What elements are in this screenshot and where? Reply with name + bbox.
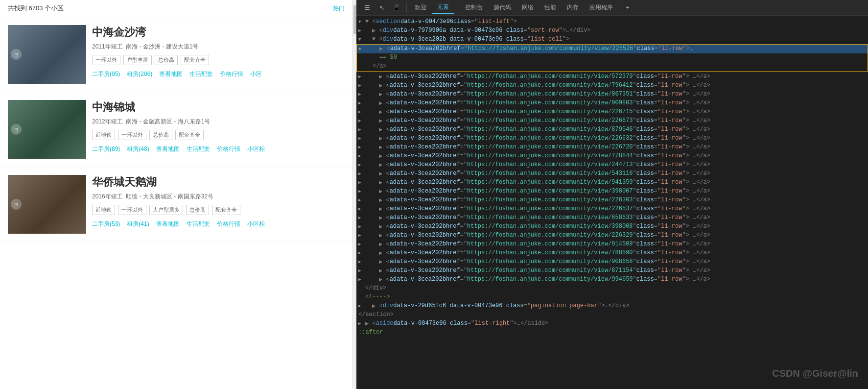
community-link[interactable]: 生活配套 xyxy=(187,220,210,228)
expand-arrow[interactable] xyxy=(358,179,365,186)
tab-memory[interactable]: 内存 xyxy=(562,1,584,14)
code-line[interactable]: ▶ <a data-v-3cea202b href="https://fosha… xyxy=(356,108,868,117)
community-link[interactable]: 二手房(95) xyxy=(92,70,120,78)
tab-application[interactable]: 应用程序 xyxy=(585,1,618,14)
expand-arrow[interactable] xyxy=(358,267,365,274)
expand-sort-row[interactable] xyxy=(358,27,365,34)
close-tag: </a> xyxy=(696,161,710,168)
community-link[interactable]: 生活配套 xyxy=(189,70,213,78)
code-line[interactable]: ▶ <a data-v-3cea202b href="https://fosha… xyxy=(356,99,868,108)
tag-bracket: ▶ < xyxy=(379,241,390,248)
expand-a1[interactable] xyxy=(359,45,366,52)
expand-arrow[interactable] xyxy=(358,82,365,89)
community-link[interactable]: 价格行情 xyxy=(217,145,240,153)
expand-arrow[interactable] xyxy=(358,276,365,283)
code-line[interactable]: ▶ <a data-v-3cea202b href="https://fosha… xyxy=(356,205,868,214)
community-link[interactable]: 价格行情 xyxy=(220,70,243,78)
community-link[interactable]: 二手房(89) xyxy=(92,145,120,153)
expand-pagination[interactable] xyxy=(358,302,365,309)
code-line-sort-row[interactable]: ▶ <div data-v-7970906a data-v-00473e96 c… xyxy=(356,26,868,35)
code-line[interactable]: ▶ <a data-v-3cea202b href="https://fosha… xyxy=(356,117,868,125)
code-line-list-cell[interactable]: ▼ <div data-v-3cea202b data-v-00473e96 c… xyxy=(356,35,868,44)
hamburger-icon[interactable]: ☰ xyxy=(360,1,374,14)
code-line[interactable]: ▶ <a data-v-3cea202b href="https://fosha… xyxy=(356,161,868,170)
expand-arrow[interactable] xyxy=(358,249,365,256)
code-line[interactable]: ▶ <a data-v-3cea202b href="https://fosha… xyxy=(356,275,868,284)
community-link[interactable]: 价格行情 xyxy=(217,220,240,228)
expand-arrow[interactable] xyxy=(358,99,365,106)
community-link[interactable]: 查看地图 xyxy=(156,145,180,153)
expand-arrow[interactable] xyxy=(358,126,365,133)
community-link[interactable]: 生活配套 xyxy=(187,145,210,153)
community-link[interactable]: 小区相 xyxy=(247,145,265,153)
expand-arrow[interactable] xyxy=(358,161,365,168)
expand-arrow[interactable] xyxy=(358,258,365,265)
expand-arrow[interactable] xyxy=(358,170,365,177)
inspector-icon[interactable]: ↖ xyxy=(375,1,389,14)
ellipsis: > … xyxy=(686,241,697,247)
expand-arrow[interactable] xyxy=(358,135,365,142)
expand-arrow[interactable] xyxy=(358,205,365,212)
community-link[interactable]: 租房(206) xyxy=(127,70,152,78)
tab-console[interactable]: 控制台 xyxy=(460,1,488,14)
code-line-section[interactable]: ▼ <section data-v-004/3e96 class="list-l… xyxy=(356,18,868,26)
expand-arrow[interactable] xyxy=(358,223,365,230)
code-line-a-selected[interactable]: ▶ <a data-v-3cea202b href="https://fosha… xyxy=(357,45,868,53)
tab-welcome[interactable]: 欢迎 xyxy=(410,1,431,14)
community-tag: 总价高 xyxy=(186,205,209,215)
expand-arrow[interactable] xyxy=(358,214,365,221)
more-icon[interactable]: + xyxy=(621,1,634,14)
community-link[interactable]: 查看地图 xyxy=(156,220,180,228)
expand-arrow[interactable] xyxy=(358,117,365,124)
code-line[interactable]: ▶ <a data-v-3cea202b href="https://fosha… xyxy=(356,178,868,187)
eq2: =" xyxy=(654,73,661,80)
code-line[interactable]: ▶ <a data-v-3cea202b href="https://fosha… xyxy=(356,267,868,275)
community-link[interactable]: 二手房(53) xyxy=(92,220,120,228)
code-line-pagination[interactable]: ▶ <div data-v-29d65fc6 data-v-00473e96 c… xyxy=(356,302,868,311)
expand-section[interactable] xyxy=(358,18,365,25)
device-icon[interactable]: 📱 xyxy=(390,1,403,14)
code-line[interactable]: ▶ <a data-v-3cea202b href="https://fosha… xyxy=(356,73,868,81)
expand-arrow[interactable] xyxy=(358,108,365,115)
community-address: 2012年竣工 南海 - 金融高新区 - 海八东路1号 xyxy=(92,118,345,126)
code-line[interactable]: ▶ <a data-v-3cea202b href="https://fosha… xyxy=(356,81,868,90)
code-line[interactable]: ▶ <a data-v-3cea202b href="https://fosha… xyxy=(356,258,868,267)
code-line[interactable]: ▶ <a data-v-3cea202b href="https://fosha… xyxy=(356,196,868,205)
code-line[interactable]: ▶ <a data-v-3cea202b href="https://fosha… xyxy=(356,187,868,196)
code-line[interactable]: ▶ <a data-v-3cea202b href="https://fosha… xyxy=(356,249,868,258)
expand-list-cell[interactable] xyxy=(358,36,365,43)
community-link[interactable]: 租房(41) xyxy=(127,220,149,228)
expand-aside[interactable] xyxy=(358,320,365,327)
community-link[interactable]: 小区相 xyxy=(247,220,265,228)
expand-arrow[interactable] xyxy=(358,91,365,97)
expand-arrow[interactable] xyxy=(358,241,365,247)
code-line[interactable]: ▶ <a data-v-3cea202b href="https://fosha… xyxy=(356,125,868,134)
tab-network[interactable]: 网络 xyxy=(517,1,539,14)
tab-elements[interactable]: 元素 xyxy=(432,1,454,14)
community-link[interactable]: 查看地图 xyxy=(159,70,183,78)
left-scrollbar[interactable] xyxy=(352,0,356,389)
code-line[interactable]: ▶ <a data-v-3cea202b href="https://fosha… xyxy=(356,222,868,231)
code-line[interactable]: ▶ <a data-v-3cea202b href="https://fosha… xyxy=(356,143,868,152)
expand-arrow[interactable] xyxy=(358,232,365,239)
code-line[interactable]: ▶ <a data-v-3cea202b href="https://fosha… xyxy=(356,231,868,240)
expand-arrow[interactable] xyxy=(358,152,365,159)
code-line[interactable]: ▶ <a data-v-3cea202b href="https://fosha… xyxy=(356,90,868,99)
tab-performance[interactable]: 性能 xyxy=(540,1,561,14)
expand-arrow[interactable] xyxy=(358,188,365,194)
code-line[interactable]: ▶ <a data-v-3cea202b href="https://fosha… xyxy=(356,240,868,249)
close-quote: " xyxy=(633,249,636,256)
code-line[interactable]: ▶ <a data-v-3cea202b href="https://fosha… xyxy=(356,134,868,143)
attr-name: a xyxy=(390,241,393,247)
devtools-code-view[interactable]: ▼ <section data-v-004/3e96 class="list-l… xyxy=(356,16,868,389)
expand-arrow[interactable] xyxy=(358,144,365,150)
community-link[interactable]: 小区 xyxy=(250,70,262,78)
code-line[interactable]: ▶ <a data-v-3cea202b href="https://fosha… xyxy=(356,152,868,161)
expand-arrow[interactable] xyxy=(358,196,365,203)
code-line[interactable]: ▶ <a data-v-3cea202b href="https://fosha… xyxy=(356,170,868,178)
community-link[interactable]: 租房(48) xyxy=(127,145,149,153)
tab-sources[interactable]: 源代码 xyxy=(489,1,516,14)
code-line[interactable]: ▶ <a data-v-3cea202b href="https://fosha… xyxy=(356,214,868,222)
code-line-aside[interactable]: ▶ <aside data-v-00473e96 class="list-rig… xyxy=(356,319,868,328)
expand-arrow[interactable] xyxy=(358,73,365,80)
